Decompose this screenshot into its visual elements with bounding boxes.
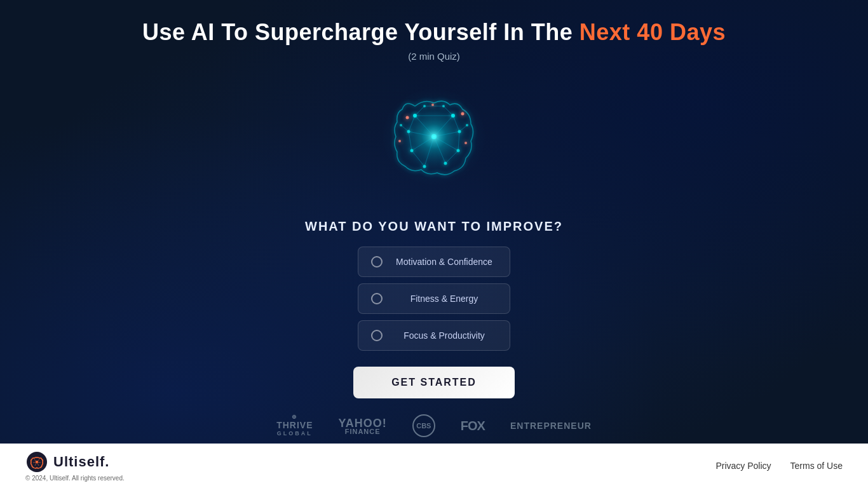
svg-point-25 [407,130,410,133]
page-headline: Use AI To Supercharge Yourself In The Ne… [142,19,726,46]
get-started-button[interactable]: GET STARTED [353,367,515,398]
brand-yahoo: yahoo! finance [338,417,386,435]
footer-logo: Ultiself. © 2024, Ultiself. All rights r… [25,451,125,482]
svg-point-31 [423,105,426,107]
footer: Ultiself. © 2024, Ultiself. All rights r… [0,444,868,488]
svg-point-26 [458,130,461,133]
svg-point-37 [465,142,467,144]
logo-brain-icon [25,451,48,473]
option-fitness-label: Fitness & Energy [391,294,497,304]
terms-of-use-link[interactable]: Terms of Use [790,461,843,471]
svg-point-27 [410,149,414,152]
radio-motivation [371,256,383,268]
footer-logo-image: Ultiself. [25,451,109,473]
radio-focus [371,330,383,341]
options-container: Motivation & Confidence Fitness & Energy… [358,247,510,351]
main-content: Use AI To Supercharge Yourself In The Ne… [0,0,868,398]
svg-point-28 [457,149,460,152]
svg-point-34 [466,124,468,126]
svg-point-32 [442,105,445,107]
brands-section: ⊕ THRIVE GLOBAL yahoo! finance CBS FOX E… [0,414,868,437]
footer-links: Privacy Policy Terms of Use [715,461,843,471]
svg-point-23 [413,114,417,118]
page-subtitle: (2 min Quiz) [408,51,460,62]
privacy-policy-link[interactable]: Privacy Policy [715,461,771,471]
brand-thrive: ⊕ THRIVE GLOBAL [276,414,313,437]
svg-point-39 [431,104,434,106]
option-motivation-label: Motivation & Confidence [391,257,497,267]
brain-visualization [364,68,504,208]
headline-highlight: Next 40 Days [580,19,726,45]
svg-point-38 [398,140,401,142]
radio-fitness [371,293,383,304]
option-fitness[interactable]: Fitness & Energy [358,283,510,314]
svg-point-30 [444,162,447,165]
brand-fox: FOX [461,419,485,433]
svg-point-35 [406,116,409,119]
svg-point-36 [461,112,465,116]
svg-point-33 [400,124,402,126]
svg-point-29 [423,165,426,168]
question-text: What do you want to improve? [305,219,563,234]
option-focus-label: Focus & Productivity [391,330,497,341]
footer-copyright: © 2024, Ultiself. All rights reserved. [25,475,125,482]
svg-point-40 [421,124,447,149]
svg-point-24 [451,114,455,118]
footer-logo-text: Ultiself. [53,454,109,470]
option-motivation[interactable]: Motivation & Confidence [358,247,510,277]
headline-start: Use AI To Supercharge Yourself In The [142,19,580,45]
option-focus[interactable]: Focus & Productivity [358,320,510,351]
brand-cbs: CBS [412,414,435,437]
brand-entrepreneur: Entrepreneur [510,421,592,431]
